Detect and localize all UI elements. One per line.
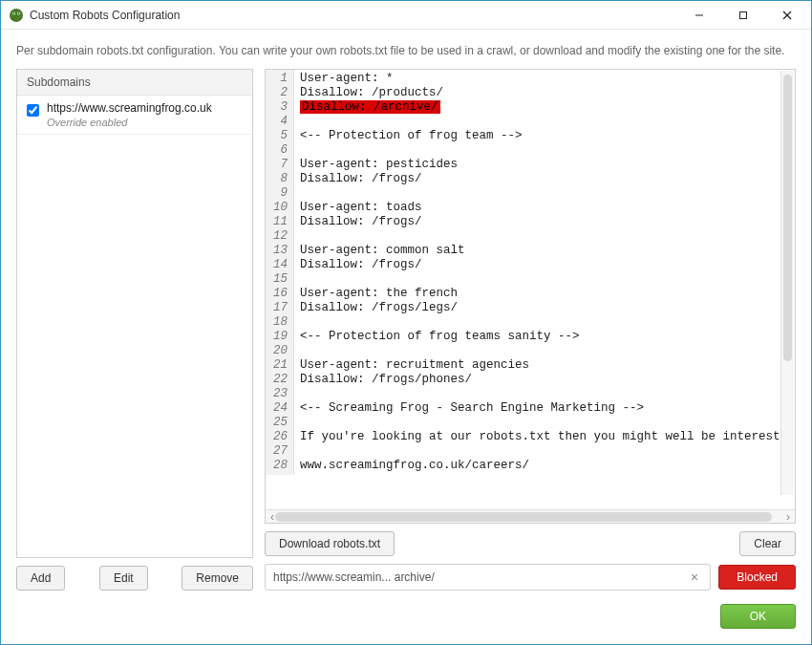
svg-point-3 [13,12,14,13]
clear-button[interactable]: Clear [739,531,796,556]
minimize-button[interactable] [677,2,721,29]
subdomain-row[interactable]: https://www.screamingfrog.co.uk Override… [17,96,252,135]
test-url-row: https://www.screamin... archive/ × Block… [265,564,796,591]
svg-rect-6 [740,11,747,18]
panels: Subdomains https://www.screamingfrog.co.… [16,69,796,591]
scroll-right-icon[interactable]: › [781,510,795,524]
vertical-scrollbar[interactable] [780,71,794,495]
editor-buttons: Download robots.txt Clear [265,531,796,556]
close-button[interactable] [765,2,809,29]
ok-button[interactable]: OK [720,604,796,629]
editor-container: 1234567891011121314151617181920212223242… [266,70,795,509]
remove-button[interactable]: Remove [182,566,253,591]
svg-point-0 [10,9,23,22]
subdomains-list[interactable]: https://www.screamingfrog.co.uk Override… [17,96,252,557]
right-panel: 1234567891011121314151617181920212223242… [265,69,796,591]
left-buttons: Add Edit Remove [16,566,253,591]
content-area: Per subdomain robots.txt configuration. … [1,30,811,644]
edit-button[interactable]: Edit [99,566,148,591]
line-gutter: 1234567891011121314151617181920212223242… [266,70,294,475]
clear-input-icon[interactable]: × [687,570,702,585]
description-text: Per subdomain robots.txt configuration. … [16,43,796,59]
horizontal-scrollbar[interactable]: ‹ › [266,509,795,523]
dialog-window: Custom Robots Configuration Per subdomai… [0,0,812,645]
window-controls [677,2,809,29]
download-robots-button[interactable]: Download robots.txt [265,531,395,556]
app-icon [9,8,24,23]
scrollbar-thumb[interactable] [783,75,792,361]
subdomain-url: https://www.screamingfrog.co.uk [47,101,212,115]
test-url-value: https://www.screamin... archive/ [273,570,687,584]
subdomain-status: Override enabled [47,117,212,128]
blocked-badge: Blocked [718,565,796,590]
robots-editor: 1234567891011121314151617181920212223242… [265,69,796,524]
titlebar: Custom Robots Configuration [1,1,811,30]
editor-scroll[interactable]: 1234567891011121314151617181920212223242… [266,70,795,475]
svg-point-4 [18,12,19,13]
subdomains-box: Subdomains https://www.screamingfrog.co.… [16,69,253,558]
subdomain-checkbox[interactable] [27,104,39,117]
left-panel: Subdomains https://www.screamingfrog.co.… [16,69,253,591]
scrollbar-thumb[interactable] [275,512,772,522]
footer: OK [16,600,796,629]
add-button[interactable]: Add [16,566,65,591]
maximize-button[interactable] [721,2,765,29]
window-title: Custom Robots Configuration [30,9,677,22]
subdomain-meta: https://www.screamingfrog.co.uk Override… [47,101,212,128]
code-area[interactable]: User-agent: *Disallow: /products/Disallo… [294,70,795,475]
test-url-input[interactable]: https://www.screamin... archive/ × [265,564,711,591]
subdomains-header: Subdomains [17,70,252,96]
